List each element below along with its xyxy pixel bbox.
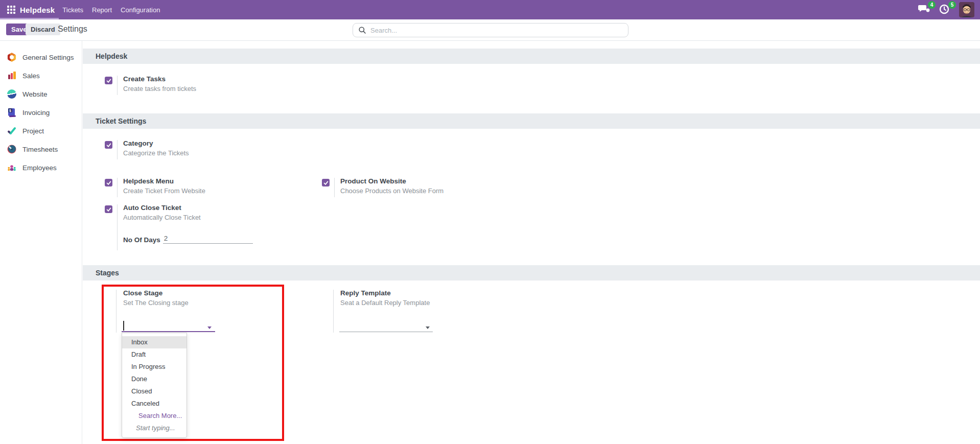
setting-description: Automatically Close Ticket bbox=[123, 213, 253, 222]
sidebar-item-website[interactable]: Website bbox=[0, 85, 82, 103]
sidebar-item-label: Employees bbox=[22, 164, 57, 172]
invoicing-icon: $ bbox=[7, 108, 16, 117]
sales-icon bbox=[7, 71, 16, 80]
sidebar-item-label: Sales bbox=[22, 72, 40, 80]
messages-icon[interactable]: 4 bbox=[918, 4, 931, 16]
dropdown-option-in-progress[interactable]: In Progress bbox=[122, 361, 186, 373]
sidebar-item-general-settings[interactable]: General Settings bbox=[0, 48, 82, 66]
discard-button[interactable]: Discard bbox=[26, 24, 60, 35]
nav-item-report[interactable]: Report bbox=[92, 6, 112, 14]
avatar-face-glyph bbox=[959, 2, 974, 17]
app-brand[interactable]: Helpdesk bbox=[20, 6, 55, 14]
check-icon bbox=[106, 78, 111, 83]
no-of-days-label: No Of Days bbox=[123, 236, 160, 244]
create-tasks-checkbox[interactable] bbox=[105, 77, 112, 84]
settings-content: Helpdesk Create Tasks Create tasks from … bbox=[82, 41, 980, 444]
setting-label: Product On Website bbox=[340, 177, 444, 185]
sidebar-item-label: Project bbox=[22, 127, 44, 135]
setting-description: Create Ticket From Website bbox=[123, 186, 205, 195]
sidebar-item-timesheets[interactable]: Timesheets bbox=[0, 140, 82, 158]
helpdesk-menu-checkbox[interactable] bbox=[105, 179, 112, 186]
setting-create-tasks: Create Tasks Create tasks from tickets bbox=[105, 75, 196, 95]
setting-product-on-website: Product On Website Choose Products on We… bbox=[322, 177, 444, 197]
employees-icon bbox=[7, 163, 16, 172]
setting-description: Seat a Default Reply Template bbox=[340, 298, 430, 307]
chevron-down-icon[interactable] bbox=[207, 326, 212, 329]
activities-icon[interactable]: 5 bbox=[939, 4, 952, 16]
setting-label: Category bbox=[123, 139, 189, 148]
setting-label: Create Tasks bbox=[123, 75, 196, 83]
project-icon bbox=[7, 126, 16, 135]
dropdown-option-draft[interactable]: Draft bbox=[122, 348, 186, 361]
general-settings-icon bbox=[7, 53, 16, 62]
sidebar-item-sales[interactable]: Sales bbox=[0, 66, 82, 85]
sidebar-item-employees[interactable]: Employees bbox=[0, 158, 82, 177]
auto-close-ticket-checkbox[interactable] bbox=[105, 205, 112, 213]
search-box[interactable] bbox=[353, 23, 628, 37]
stage-dropdown: Inbox Draft In Progress Done Closed Canc… bbox=[122, 333, 187, 438]
section-header-helpdesk: Helpdesk bbox=[83, 49, 980, 64]
sidebar-item-label: Website bbox=[22, 90, 48, 98]
topbar-right-tools: 4 5 bbox=[918, 0, 980, 19]
dropdown-option-closed[interactable]: Closed bbox=[122, 385, 186, 398]
check-icon bbox=[106, 180, 111, 185]
check-icon bbox=[106, 207, 111, 212]
dropdown-option-inbox[interactable]: Inbox bbox=[122, 336, 186, 348]
sidebar-item-label: Timesheets bbox=[22, 146, 58, 153]
start-typing-hint: Start typing... bbox=[122, 422, 186, 434]
setting-description: Choose Products on Website Form bbox=[340, 186, 444, 195]
sidebar-item-label: General Settings bbox=[22, 54, 74, 61]
setting-helpdesk-menu: Helpdesk Menu Create Ticket From Website bbox=[105, 177, 205, 197]
page-title: Settings bbox=[58, 25, 87, 34]
activities-badge: 5 bbox=[948, 1, 956, 9]
no-of-days-input[interactable] bbox=[163, 235, 253, 244]
category-checkbox[interactable] bbox=[105, 141, 112, 149]
search-input[interactable] bbox=[370, 27, 623, 34]
chevron-down-icon[interactable] bbox=[426, 326, 430, 329]
user-avatar[interactable] bbox=[959, 2, 974, 17]
dropdown-option-canceled[interactable]: Canceled bbox=[122, 398, 186, 410]
search-icon bbox=[358, 26, 366, 34]
search-more-option[interactable]: Search More... bbox=[122, 410, 186, 422]
section-header-ticket-settings: Ticket Settings bbox=[83, 113, 980, 129]
no-of-days-field: No Of Days bbox=[123, 235, 253, 244]
setting-label: Close Stage bbox=[123, 289, 189, 297]
text-cursor bbox=[123, 321, 124, 331]
sidebar-item-invoicing[interactable]: $ Invoicing bbox=[0, 103, 82, 122]
top-navbar: Helpdesk Tickets Report Configuration 4 … bbox=[0, 0, 980, 19]
nav-item-tickets[interactable]: Tickets bbox=[62, 6, 83, 14]
setting-label: Auto Close Ticket bbox=[123, 203, 253, 212]
setting-close-stage: Close Stage Set The Closing stage bbox=[116, 289, 189, 333]
helpdesk-settings-screen: Helpdesk Tickets Report Configuration 4 … bbox=[0, 0, 980, 444]
sidebar-item-project[interactable]: Project bbox=[0, 122, 82, 140]
apps-grid-icon[interactable] bbox=[7, 6, 15, 14]
nav-item-configuration[interactable]: Configuration bbox=[121, 6, 160, 14]
timesheets-icon bbox=[7, 145, 16, 154]
reply-template-field-underline[interactable] bbox=[339, 332, 433, 332]
product-on-website-checkbox[interactable] bbox=[322, 179, 330, 186]
setting-description: Create tasks from tickets bbox=[123, 84, 196, 93]
check-icon bbox=[106, 143, 111, 148]
settings-sidebar: General Settings Sales Website $ Invoici… bbox=[0, 41, 82, 444]
setting-reply-template: Reply Template Seat a Default Reply Temp… bbox=[333, 289, 430, 333]
setting-label: Helpdesk Menu bbox=[123, 177, 205, 185]
setting-label: Reply Template bbox=[340, 289, 430, 297]
setting-auto-close-ticket: Auto Close Ticket Automatically Close Ti… bbox=[105, 203, 253, 250]
setting-description: Categorize the Tickets bbox=[123, 149, 189, 157]
messages-badge: 4 bbox=[928, 1, 936, 9]
check-icon bbox=[323, 180, 329, 185]
website-icon bbox=[7, 89, 16, 99]
dropdown-option-done[interactable]: Done bbox=[122, 373, 186, 385]
setting-description: Set The Closing stage bbox=[123, 298, 189, 307]
section-header-stages: Stages bbox=[83, 265, 980, 281]
sidebar-item-label: Invoicing bbox=[22, 109, 50, 116]
main-menu: Tickets Report Configuration bbox=[62, 6, 160, 14]
setting-category: Category Categorize the Tickets bbox=[105, 139, 189, 159]
close-stage-field-underline[interactable] bbox=[122, 331, 215, 332]
control-bar: Save Discard Settings bbox=[0, 19, 980, 41]
